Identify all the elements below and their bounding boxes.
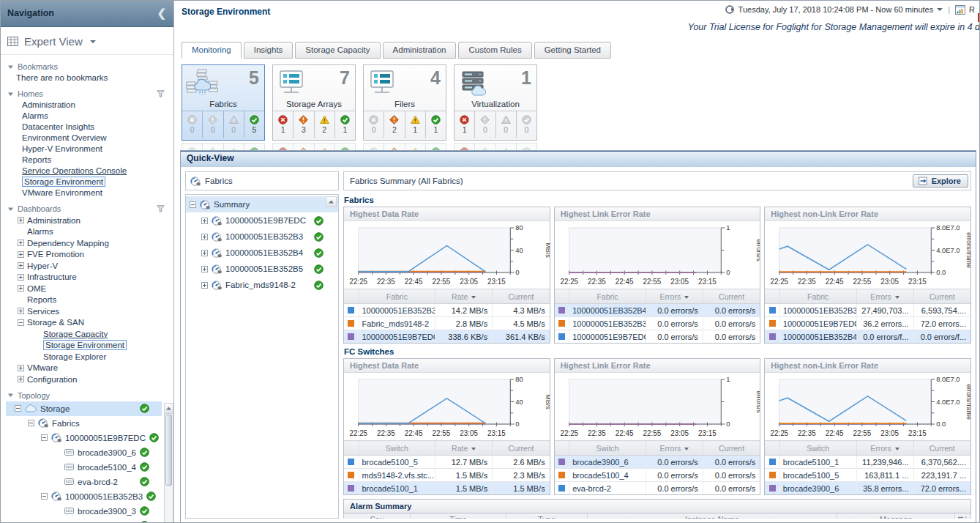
column-header-errors[interactable]: Errors: [646, 441, 703, 456]
tree-node-100000051e9b7edc[interactable]: 100000051E9B7EDC: [186, 212, 338, 229]
column-header-switch[interactable]: Switch: [779, 441, 856, 456]
column-header-fabric[interactable]: Fabric: [359, 289, 435, 304]
alarm-column-sev[interactable]: Sev: [344, 513, 410, 519]
swatch-column-header[interactable]: [344, 289, 359, 304]
home-item-storage-environment[interactable]: Storage Environment: [6, 177, 173, 188]
topology-node-100000051eb352b3[interactable]: 100000051EB352B3: [6, 489, 162, 504]
swatch-column-header[interactable]: [765, 289, 779, 304]
dash-item-configuration[interactable]: Configuration: [6, 374, 173, 385]
home-item-alarms[interactable]: Alarms: [6, 111, 173, 122]
table-row[interactable]: brocade3900_60.0 errors/s0.0 errors/s: [555, 456, 760, 469]
alarm-column-type[interactable]: Type: [506, 513, 587, 519]
home-item-vmware-environment[interactable]: VMware Environment: [6, 188, 173, 199]
tab-storage-capacity[interactable]: Storage Capacity: [295, 42, 380, 59]
column-header-switch[interactable]: Switch: [569, 441, 646, 456]
tab-getting-started[interactable]: Getting Started: [534, 42, 611, 59]
scrollbar-thumb[interactable]: [165, 415, 172, 486]
table-row[interactable]: 100000051EB352B327,490,703...6,593,754..…: [765, 304, 970, 317]
topology-node-brocade3900-3[interactable]: brocade3900_3: [6, 504, 162, 519]
tree-node-100000051eb352b3[interactable]: 100000051EB352B3: [186, 229, 338, 245]
table-row[interactable]: brocade5100_5163,811.1 ...223,191.7 ...: [765, 469, 970, 482]
table-row[interactable]: brocade5100_40.0 errors/s0.0 errors/s: [555, 469, 760, 482]
tile-storage-arrays[interactable]: 7Storage Arrays13211321: [272, 64, 356, 150]
dash-item-services[interactable]: Services: [6, 305, 173, 317]
dash-item-storage-capacity[interactable]: Storage Capacity: [6, 328, 173, 340]
column-header-fabric[interactable]: Fabric: [779, 289, 856, 304]
column-header-errors[interactable]: Errors: [856, 441, 913, 456]
table-row[interactable]: brocade5100_512.7 MB/s2.6 MB/s: [344, 456, 550, 469]
table-row[interactable]: Fabric_mds9148-22.8 MB/s4.5 MB/s: [344, 317, 550, 330]
reports-label[interactable]: R: [969, 5, 975, 14]
tree-node-100000051eb352b5[interactable]: 100000051EB352B5: [186, 261, 338, 277]
tab-administration[interactable]: Administration: [383, 42, 457, 59]
column-header-fabric[interactable]: Fabric: [569, 289, 646, 304]
topology-section-header[interactable]: Topology: [7, 391, 173, 400]
view-selector[interactable]: Expert View: [0, 27, 173, 55]
dash-item-fve-promotion[interactable]: FVE Promotion: [6, 249, 173, 261]
column-header-errors[interactable]: Errors: [646, 289, 703, 304]
topology-node-brocade3900-6[interactable]: brocade3900_6: [6, 445, 162, 460]
topology-node-brocade5100-1[interactable]: brocade5100_1: [6, 519, 162, 523]
tree-node-summary[interactable]: Summary: [186, 196, 338, 212]
homes-section-header[interactable]: Homes: [7, 89, 173, 98]
dash-item-infrastructure[interactable]: Infrastructure: [6, 272, 173, 283]
topology-node-100000051e9b7edc[interactable]: 100000051E9B7EDC: [6, 431, 162, 445]
tree-node-100000051eb352b4[interactable]: 100000051EB352B4: [186, 245, 338, 261]
table-row[interactable]: 100000051EB352B30.0 errors/s0.0 errors/s: [555, 317, 760, 330]
table-row[interactable]: 100000051E9B7EDC0.0 errors/s0.0 errors/s: [555, 330, 760, 344]
alarm-column-time[interactable]: Time: [410, 513, 506, 519]
bookmarks-section-header[interactable]: Bookmarks: [7, 62, 173, 71]
chevron-down-icon[interactable]: [937, 8, 943, 11]
dash-item-dependency-mapping[interactable]: Dependency Mapping: [6, 237, 173, 249]
table-row[interactable]: 100000051EB352B40.0 errors/s0.0 errors/s: [555, 304, 760, 317]
dash-item-ome[interactable]: OME: [6, 283, 173, 294]
table-row[interactable]: 100000051EB352B40.0 errors/f...0.0 error…: [765, 330, 970, 344]
dash-item-alarms[interactable]: Alarms: [6, 226, 173, 238]
scroll-up-button[interactable]: [326, 196, 337, 207]
tile-fabrics[interactable]: 5Fabrics00050005: [182, 64, 265, 150]
dash-item-administration[interactable]: Administration: [6, 215, 173, 226]
table-row[interactable]: mds9148-2.vfs.stc....1.5 MB/s2.3 MB/s: [344, 469, 550, 482]
alarm-column-instance-name[interactable]: Instance Name: [587, 513, 837, 519]
home-item-administration[interactable]: Administration: [6, 100, 173, 111]
column-header-current[interactable]: Current: [913, 441, 970, 456]
alarm-column-message[interactable]: Message: [837, 513, 954, 519]
dash-item-storage-explorer[interactable]: Storage Explorer: [6, 351, 173, 363]
topology-node-fabrics[interactable]: Fabrics: [6, 416, 162, 431]
dash-item-storage-san[interactable]: Storage & SAN: [6, 317, 173, 329]
home-item-environment-overview[interactable]: Environment Overview: [6, 133, 173, 144]
dash-item-hyper-v[interactable]: Hyper-V: [6, 260, 173, 272]
table-row[interactable]: brocade5100_111,239,946...6,370,562....: [765, 456, 970, 469]
tab-insights[interactable]: Insights: [244, 42, 293, 59]
topology-node-eva-brcd-2[interactable]: eva-brcd-2: [6, 475, 162, 489]
collapse-panel-icon[interactable]: ❮: [157, 7, 166, 20]
topology-scrollbar[interactable]: [164, 403, 173, 523]
column-header-current[interactable]: Current: [493, 441, 550, 456]
column-header-rate[interactable]: Rate: [435, 289, 493, 304]
explore-button[interactable]: Explore: [913, 174, 968, 188]
column-header-rate[interactable]: Rate: [435, 441, 493, 456]
table-row[interactable]: 100000051E9B7EDC36.2 errors...72.0 error…: [765, 317, 970, 330]
topology-node-brocade5100-4[interactable]: brocade5100_4: [6, 460, 162, 475]
swatch-column-header[interactable]: [344, 441, 359, 456]
table-row[interactable]: 100000051E9B7EDC338.6 KB/s361.4 KB/s: [344, 330, 550, 344]
tile-filers[interactable]: 4Filers02110211: [363, 64, 446, 150]
dash-item-storage-environment[interactable]: Storage Environment: [6, 340, 173, 352]
tree-node-fabric-mds9148-2[interactable]: Fabric_mds9148-2: [186, 277, 338, 293]
swatch-column-header[interactable]: [555, 441, 569, 456]
home-item-reports[interactable]: Reports: [6, 155, 173, 166]
column-header-current[interactable]: Current: [493, 289, 550, 304]
tab-custom-rules[interactable]: Custom Rules: [458, 42, 531, 59]
column-header-switch[interactable]: Switch: [359, 441, 435, 456]
table-row[interactable]: 100000051EB352B314.2 MB/s4.3 MB/s: [344, 304, 550, 317]
time-range-control[interactable]: Tuesday, July 17, 2018 10:24:08 PM - Now…: [725, 4, 979, 15]
swatch-column-header[interactable]: [555, 289, 569, 304]
tab-monitoring[interactable]: Monitoring: [182, 42, 242, 59]
swatch-column-header[interactable]: [765, 441, 779, 456]
dash-item-vmware[interactable]: VMware: [6, 363, 173, 374]
column-header-current[interactable]: Current: [913, 289, 970, 304]
table-row[interactable]: eva-brcd-20.0 errors/s0.0 errors/s: [555, 482, 760, 495]
tile-virtualization[interactable]: 1Virtualization10001000: [454, 64, 537, 150]
column-header-current[interactable]: Current: [703, 289, 760, 304]
dash-item-reports[interactable]: Reports: [6, 294, 173, 306]
